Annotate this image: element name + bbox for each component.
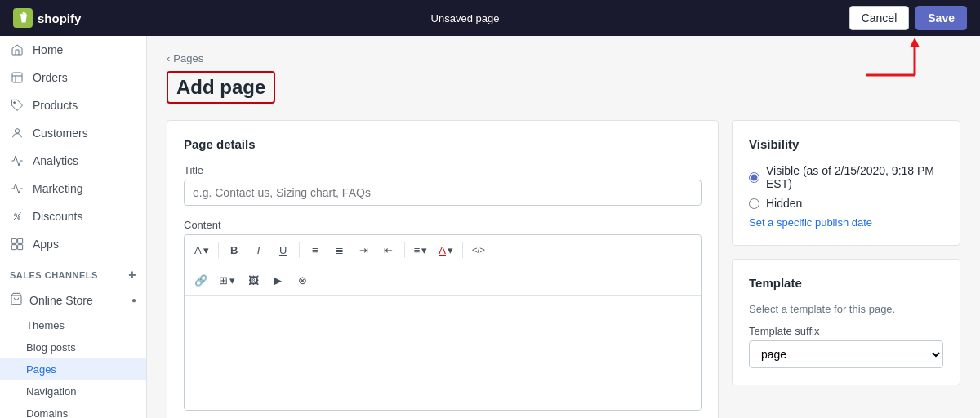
breadcrumb-arrow: ‹: [167, 52, 170, 64]
toolbar-divider-1: [218, 242, 219, 258]
customers-icon: [10, 126, 24, 140]
products-icon: [10, 98, 24, 113]
svg-point-4: [14, 102, 16, 104]
orders-icon: [10, 70, 24, 85]
sidebar-orders-label: Orders: [33, 71, 68, 84]
publish-date-link[interactable]: Set a specific publish date: [749, 216, 943, 229]
visible-radio-item: Visible (as of 2/15/2020, 9:18 PM EST): [749, 164, 943, 190]
visible-radio[interactable]: [749, 172, 760, 183]
sidebar-sub-blog-posts[interactable]: Blog posts: [0, 336, 146, 358]
hidden-label: Hidden: [766, 197, 802, 210]
title-input[interactable]: [184, 180, 702, 206]
sidebar-item-home[interactable]: Home: [0, 36, 146, 64]
toolbar-divider-2: [299, 242, 300, 258]
template-description: Select a template for this page.: [749, 303, 943, 315]
underline-button[interactable]: U: [272, 238, 295, 261]
color-dropdown[interactable]: A ▾: [434, 242, 458, 258]
unsaved-page-label: Unsaved page: [431, 12, 500, 24]
link-button[interactable]: 🔗: [189, 269, 212, 291]
breadcrumb[interactable]: ‹ Pages: [167, 52, 960, 64]
svg-point-5: [15, 129, 19, 133]
editor-content-area[interactable]: [185, 296, 701, 410]
ordered-list-button[interactable]: ≣: [328, 238, 351, 261]
page-title-box: Add page: [167, 71, 275, 104]
top-bar-left: shopify: [13, 8, 81, 28]
template-suffix-label: Template suffix: [749, 325, 943, 337]
visibility-card: Visibility Visible (as of 2/15/2020, 9:1…: [732, 120, 960, 246]
top-bar-actions: Cancel Save: [849, 6, 967, 30]
toolbar-divider-3: [404, 242, 405, 258]
hidden-radio[interactable]: [749, 198, 760, 209]
sidebar-item-orders[interactable]: Orders: [0, 64, 146, 91]
visibility-title: Visibility: [749, 137, 943, 151]
indent-button[interactable]: ⇥: [353, 238, 376, 261]
font-dropdown-arrow: ▾: [203, 244, 209, 256]
svg-rect-10: [18, 238, 23, 243]
sidebar: Home Orders Products: [0, 36, 147, 418]
marketing-icon: [10, 181, 24, 196]
page-title: Add page: [176, 76, 265, 99]
sidebar-sub-pages[interactable]: Pages: [0, 358, 146, 380]
visible-label: Visible (as of 2/15/2020, 9:18 PM EST): [766, 164, 943, 190]
discounts-icon: [10, 209, 24, 224]
sidebar-customers-label: Customers: [33, 127, 88, 140]
sidebar-sub-themes[interactable]: Themes: [0, 314, 146, 336]
online-store-item[interactable]: Online Store ●: [0, 286, 146, 314]
sidebar-item-products[interactable]: Products: [0, 91, 146, 119]
content-grid: Page details Title Content A: [167, 120, 960, 418]
shopify-text: shopify: [38, 11, 81, 25]
breadcrumb-label: Pages: [173, 52, 203, 64]
page-details-title: Page details: [184, 137, 702, 151]
remove-format-button[interactable]: ⊗: [291, 269, 314, 291]
bullet-list-button[interactable]: ≡: [304, 238, 327, 261]
outdent-button[interactable]: ⇤: [377, 238, 400, 261]
sidebar-item-apps[interactable]: Apps: [0, 230, 146, 258]
align-dropdown[interactable]: ≡ ▾: [409, 242, 433, 258]
svg-rect-12: [18, 245, 23, 250]
sidebar-item-marketing[interactable]: Marketing: [0, 175, 146, 202]
sidebar-sub-navigation[interactable]: Navigation: [0, 380, 146, 402]
analytics-icon: [10, 153, 24, 168]
sidebar-sub-domains[interactable]: Domains: [0, 402, 146, 418]
svg-point-7: [18, 217, 20, 220]
code-button[interactable]: </>: [467, 238, 490, 261]
cancel-button[interactable]: Cancel: [849, 6, 910, 30]
sidebar-marketing-label: Marketing: [33, 182, 82, 195]
main-content: ‹ Pages Add page Page details Title: [147, 36, 980, 418]
template-card: Template Select a template for this page…: [732, 259, 960, 385]
sidebar-products-label: Products: [33, 99, 78, 112]
home-icon: [10, 42, 24, 57]
page-status: Unsaved page: [431, 12, 500, 24]
svg-rect-11: [11, 245, 16, 250]
add-channel-icon[interactable]: +: [128, 268, 136, 282]
shopify-logo-icon: [13, 8, 33, 28]
svg-rect-9: [11, 238, 16, 243]
online-store-expand-icon: ●: [131, 296, 136, 305]
bold-button[interactable]: B: [223, 238, 246, 261]
save-button[interactable]: Save: [915, 6, 967, 30]
video-button[interactable]: ▶: [266, 269, 289, 291]
sidebar-item-analytics[interactable]: Analytics: [0, 147, 146, 175]
font-dropdown[interactable]: A ▾: [189, 242, 214, 258]
sidebar-item-customers[interactable]: Customers: [0, 119, 146, 147]
online-store-icon: [10, 292, 23, 308]
top-bar: shopify Unsaved page Cancel Save: [0, 0, 980, 36]
shopify-logo: shopify: [13, 8, 81, 28]
image-button[interactable]: 🖼: [242, 269, 265, 291]
sidebar-discounts-label: Discounts: [33, 210, 82, 223]
sidebar-inner: Home Orders Products: [0, 36, 146, 418]
content-group: Content A ▾ B I U: [184, 219, 702, 411]
template-suffix-select[interactable]: page: [749, 340, 943, 368]
hidden-radio-item: Hidden: [749, 197, 943, 210]
sidebar-apps-label: Apps: [33, 238, 59, 251]
apps-icon: [10, 237, 24, 251]
sales-channels-header: SALES CHANNELS +: [0, 258, 146, 286]
sidebar-item-discounts[interactable]: Discounts: [0, 202, 146, 230]
toolbar-divider-4: [462, 242, 463, 258]
svg-point-6: [15, 214, 17, 216]
sidebar-analytics-label: Analytics: [33, 154, 78, 167]
left-column: Page details Title Content A: [167, 120, 719, 418]
table-dropdown[interactable]: ⊞ ▾: [214, 273, 240, 288]
italic-button[interactable]: I: [247, 238, 270, 261]
body-area: Home Orders Products: [0, 36, 980, 418]
